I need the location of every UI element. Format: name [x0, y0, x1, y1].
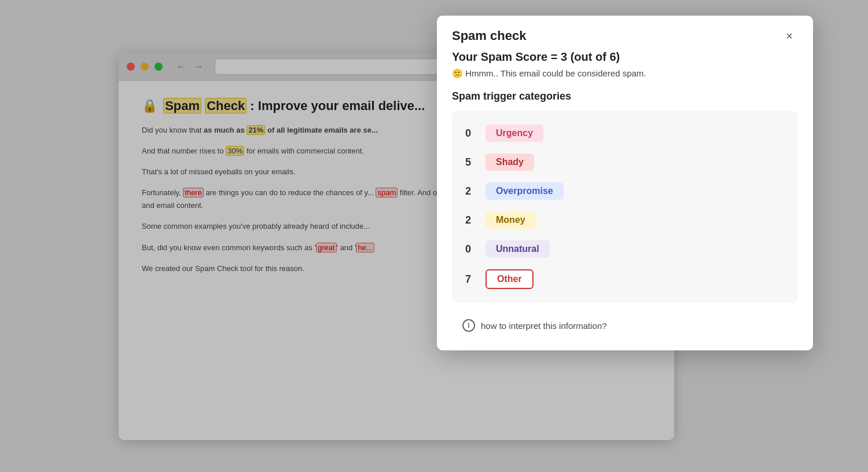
modal-title: Spam check [452, 28, 526, 43]
category-count: 0 [462, 127, 474, 140]
category-row: 7Other [462, 264, 788, 295]
category-count: 7 [462, 273, 474, 286]
category-count: 0 [462, 243, 474, 255]
modal-body: Your Spam Score = 3 (out of 6) 🙁 Hmmm.. … [437, 50, 813, 350]
category-badge-unnatural: Unnatural [486, 240, 550, 258]
category-count: 5 [462, 156, 474, 169]
category-row: 2Overpromise [462, 177, 788, 206]
close-button[interactable]: × [781, 27, 798, 45]
category-row: 5Shady [462, 148, 788, 177]
category-badge-shady: Shady [486, 153, 534, 171]
modal-overlay: Spam check × Your Spam Score = 3 (out of… [0, 0, 868, 472]
category-badge-overpromise: Overpromise [486, 182, 564, 200]
category-count: 2 [462, 214, 474, 226]
interpret-text: how to interpret this information? [481, 321, 607, 331]
spam-score-title: Your Spam Score = 3 (out of 6) [452, 50, 798, 64]
category-count: 2 [462, 185, 474, 197]
category-row: 0Urgency [462, 119, 788, 148]
category-badge-money: Money [486, 211, 536, 229]
modal-header: Spam check × [437, 16, 813, 50]
interpret-row[interactable]: i how to interpret this information? [452, 312, 798, 339]
spam-check-modal: Spam check × Your Spam Score = 3 (out of… [437, 16, 813, 350]
category-badge-other: Other [486, 269, 534, 289]
category-row: 0Unnatural [462, 235, 788, 264]
category-badge-urgency: Urgency [486, 125, 543, 142]
categories-table: 0Urgency5Shady2Overpromise2Money0Unnatur… [452, 111, 798, 303]
spam-categories-title: Spam trigger categories [452, 90, 798, 103]
category-row: 2Money [462, 206, 788, 235]
spam-score-subtitle: 🙁 Hmmm.. This email could be considered … [452, 68, 798, 79]
info-icon: i [462, 319, 475, 332]
